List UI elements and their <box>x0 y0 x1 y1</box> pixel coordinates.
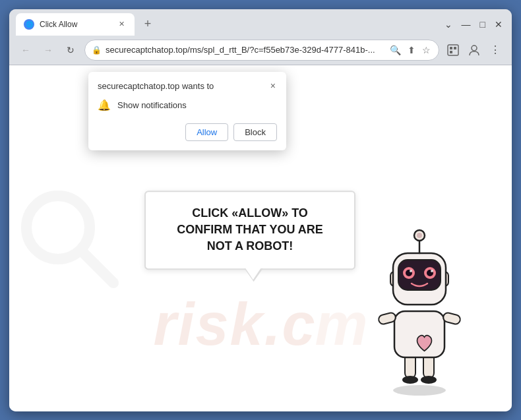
svg-point-10 <box>402 376 418 384</box>
dialog-title: securecaptchatop.top wants to <box>98 81 214 91</box>
profile-icon[interactable] <box>444 42 462 59</box>
tab-title: Click Allow <box>40 20 111 29</box>
refresh-button[interactable]: ↻ <box>62 42 79 59</box>
dialog-close-button[interactable]: × <box>269 81 277 90</box>
forward-button[interactable]: → <box>40 42 57 59</box>
svg-point-4 <box>472 45 477 51</box>
svg-point-7 <box>393 385 446 396</box>
more-icon[interactable]: ⋮ <box>487 42 504 59</box>
address-bar: ← → ↻ 🔒 securecaptchatop.top/ms/spl_d_rt… <box>9 36 512 65</box>
maximize-button[interactable]: □ <box>480 19 485 30</box>
url-icons: 🔍 ⬆ ☆ <box>388 44 432 57</box>
allow-button[interactable]: Allow <box>185 123 228 141</box>
lock-icon: 🔒 <box>92 45 102 55</box>
new-tab-button[interactable]: + <box>138 15 157 34</box>
robot-svg <box>353 214 485 398</box>
bell-icon: 🔔 <box>98 99 111 111</box>
share-icon[interactable]: ⬆ <box>406 44 417 57</box>
dialog-body: 🔔 Show notifications <box>88 96 286 118</box>
account-icon[interactable] <box>466 42 483 59</box>
svg-rect-0 <box>448 45 458 55</box>
block-button[interactable]: Block <box>233 123 277 141</box>
svg-rect-12 <box>394 311 444 357</box>
bookmark-icon[interactable]: ☆ <box>421 44 432 57</box>
robot-illustration <box>353 214 485 398</box>
tab-close-button[interactable]: ✕ <box>116 19 127 30</box>
svg-rect-3 <box>450 51 452 53</box>
svg-point-26 <box>410 270 412 272</box>
svg-point-5 <box>26 196 90 259</box>
dialog-permission-text: Show notifications <box>117 100 187 110</box>
toolbar-icons: ⋮ <box>444 42 504 59</box>
svg-line-6 <box>82 251 113 283</box>
page-message-text: CLICK «ALLOW» TO CONFIRM THAT YOU ARE NO… <box>177 206 323 253</box>
dialog-actions: Allow Block <box>88 118 286 150</box>
svg-rect-2 <box>454 47 456 49</box>
svg-point-27 <box>431 270 433 272</box>
page-message-bubble: CLICK «ALLOW» TO CONFIRM THAT YOU ARE NO… <box>144 191 355 270</box>
url-text: securecaptchatop.top/ms/spl_d_rtt_B/?c=f… <box>106 45 384 55</box>
url-bar[interactable]: 🔒 securecaptchatop.top/ms/spl_d_rtt_B/?c… <box>84 40 439 61</box>
svg-rect-1 <box>450 47 452 49</box>
back-button[interactable]: ← <box>17 42 34 59</box>
page-content: risk. c m securecaptchatop.top wants to … <box>9 65 512 411</box>
close-button[interactable]: ✕ <box>495 19 503 30</box>
browser-tab[interactable]: 🌐 Click Allow ✕ <box>16 13 135 36</box>
search-icon[interactable]: 🔍 <box>388 44 402 57</box>
svg-point-11 <box>421 376 437 384</box>
dialog-header: securecaptchatop.top wants to × <box>88 72 286 96</box>
browser-window: 🌐 Click Allow ✕ + ⌄ — □ ✕ ← → ↻ 🔒 secure… <box>9 9 512 411</box>
notification-dialog: securecaptchatop.top wants to × 🔔 Show n… <box>88 72 286 150</box>
tab-favicon: 🌐 <box>24 19 34 30</box>
svg-point-20 <box>417 233 422 238</box>
minimize-button[interactable]: — <box>462 19 471 30</box>
title-bar: 🌐 Click Allow ✕ + ⌄ — □ ✕ <box>9 9 512 36</box>
chevron-icon[interactable]: ⌄ <box>444 19 452 30</box>
window-controls: ⌄ — □ ✕ <box>444 19 505 30</box>
